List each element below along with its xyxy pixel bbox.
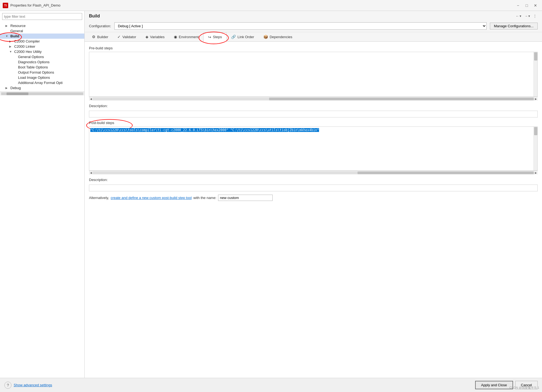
tab-builder[interactable]: ⚙ Builder	[87, 32, 113, 41]
hscroll-track[interactable]	[93, 98, 534, 100]
hscroll-thumb[interactable]	[269, 98, 534, 100]
tool-name-input[interactable]	[218, 195, 273, 201]
tab-validator[interactable]: ✓ Validator	[113, 32, 141, 41]
vscroll-thumb[interactable]	[534, 127, 537, 135]
sidebar-item-label: Additional Array Format Opti	[18, 81, 82, 85]
menu-button[interactable]: ⋮	[532, 14, 538, 19]
post-build-hscrollbar[interactable]: ◀ ▶	[89, 171, 538, 174]
sidebar-item-label: Resource	[10, 24, 82, 28]
expander-icon: ▶	[9, 45, 13, 48]
scroll-left-icon[interactable]: ◀	[89, 97, 93, 101]
sidebar-item-label: C2000 Compiler	[14, 39, 82, 43]
post-build-command-text: "C:\ti\ccs1220\ccs\tools\compiler\ti-cgt…	[90, 128, 319, 132]
menu-icon: ⋮	[533, 14, 537, 18]
tab-variables[interactable]: ◈ Variables	[141, 32, 169, 41]
scroll-right-icon[interactable]: ▶	[534, 97, 538, 101]
tab-link-order[interactable]: 🔗 Link Order	[227, 32, 259, 41]
sidebar-item-label: General Options	[18, 55, 82, 59]
panel-title: Build	[89, 14, 100, 19]
post-build-description-input[interactable]	[89, 185, 538, 191]
sidebar-item-output-format-options[interactable]: Output Format Options	[0, 70, 84, 75]
tree-container: ▶ Resource General ▼ Build	[0, 22, 84, 92]
left-horizontal-scrollbar[interactable]	[0, 92, 84, 95]
expander-icon: ▶	[5, 24, 9, 27]
sidebar-item-label: C2000 Linker	[14, 44, 82, 49]
expander-icon: ▼	[5, 35, 9, 38]
sidebar-item-diagnostics-options[interactable]: Diagnostics Options	[0, 59, 84, 65]
window-title: Properties for Flash_API_Demo	[10, 3, 512, 7]
sidebar-item-debug[interactable]: ▶ Debug	[0, 85, 84, 91]
sidebar-item-label: Output Format Options	[18, 70, 82, 74]
validator-icon: ✓	[117, 35, 121, 39]
apply-close-button[interactable]: Apply and Close	[475, 381, 513, 389]
tab-steps[interactable]: ↪ Steps	[203, 32, 227, 42]
bottom-left: ? Show advanced settings	[4, 382, 52, 389]
hscroll-track[interactable]	[93, 171, 534, 174]
post-build-vscrollbar[interactable]	[534, 127, 537, 170]
scroll-right-icon[interactable]: ▶	[534, 171, 538, 175]
pre-build-description-row: Description:	[89, 104, 538, 117]
help-button[interactable]: ?	[4, 382, 11, 389]
pre-build-textarea-container	[89, 52, 538, 97]
pre-build-description-label: Description:	[89, 104, 538, 108]
create-new-custom-link[interactable]: create and define a new custom post-buil…	[111, 196, 192, 200]
right-panel: Build ← ▾ → ▾ ⋮ Configurat	[85, 11, 542, 378]
sidebar-item-general-options[interactable]: General Options	[0, 54, 84, 59]
sidebar-item-build[interactable]: ▼ Build	[0, 34, 84, 39]
back-button[interactable]: ← ▾	[515, 14, 522, 19]
sidebar-item-c2000-hex-utility[interactable]: ▼ C2000 Hex Utility	[0, 49, 84, 54]
pre-build-vscrollbar[interactable]	[534, 52, 537, 97]
tab-environment[interactable]: ◉ Environment	[169, 32, 203, 41]
sidebar-item-label: General	[10, 29, 82, 33]
app-icon: TI	[3, 3, 8, 8]
tab-dependencies[interactable]: 📦 Dependencies	[259, 32, 297, 41]
filter-input[interactable]	[2, 13, 82, 20]
tab-variables-label: Variables	[150, 35, 165, 39]
steps-icon: ↪	[208, 35, 211, 39]
with-name-text: with the name:	[193, 196, 216, 200]
sidebar-item-resource[interactable]: ▶ Resource	[0, 23, 84, 28]
expander-icon: ▶	[9, 40, 13, 43]
sidebar-item-label: Load Image Options	[18, 76, 82, 80]
window-controls: − □ ✕	[514, 2, 539, 8]
header-navigation: ← ▾ → ▾ ⋮	[515, 14, 538, 19]
close-button[interactable]: ✕	[532, 2, 539, 8]
sidebar-item-label: C2000 Hex Utility	[14, 50, 82, 54]
link-order-icon: 🔗	[231, 35, 236, 39]
builder-icon: ⚙	[92, 35, 96, 39]
pre-build-hscrollbar[interactable]: ◀ ▶	[89, 97, 538, 101]
sidebar-item-c2000-compiler[interactable]: ▶ C2000 Compiler	[0, 39, 84, 44]
sidebar-item-boot-table-options[interactable]: Boot Table Options	[0, 65, 84, 70]
post-build-title: Post-build steps	[89, 121, 538, 125]
manage-configurations-button[interactable]: Manage Configurations...	[490, 23, 538, 29]
vscroll-thumb[interactable]	[534, 52, 537, 61]
sidebar-item-general[interactable]: General	[0, 28, 84, 34]
sidebar-item-additional-array-format[interactable]: Additional Array Format Opti	[0, 80, 84, 85]
sidebar-item-label: Boot Table Options	[18, 65, 82, 69]
pre-build-textarea[interactable]	[89, 52, 537, 96]
scrollbar-thumb[interactable]	[7, 92, 28, 95]
tabs-bar: ⚙ Builder ✓ Validator ◈ Variables ◉ Envi…	[85, 32, 542, 42]
tab-link-order-label: Link Order	[237, 35, 254, 39]
sidebar-item-c2000-linker[interactable]: ▶ C2000 Linker	[0, 44, 84, 49]
sidebar-item-load-image-options[interactable]: Load Image Options	[0, 75, 84, 80]
watermark: CSDN @我爱魔半马 1	[509, 386, 539, 390]
scroll-left-icon[interactable]: ◀	[89, 171, 93, 175]
maximize-button[interactable]: □	[523, 2, 531, 8]
minimize-button[interactable]: −	[514, 2, 522, 8]
forward-button[interactable]: → ▾	[523, 14, 531, 19]
hscroll-thumb[interactable]	[358, 171, 534, 174]
tab-builder-label: Builder	[97, 35, 108, 39]
title-bar: TI Properties for Flash_API_Demo − □ ✕	[0, 0, 542, 11]
expander-icon: ▶	[5, 86, 9, 89]
show-advanced-settings-link[interactable]: Show advanced settings	[14, 383, 52, 387]
configuration-select[interactable]: Debug [ Active ]	[114, 22, 487, 30]
pre-build-description-input[interactable]	[89, 111, 538, 117]
scrollbar-track[interactable]	[1, 92, 83, 95]
post-build-content[interactable]: "C:\ti\ccs1220\ccs\tools\compiler\ti-cgt…	[89, 127, 537, 170]
back-arrow-icon: ←	[516, 14, 519, 18]
environment-icon: ◉	[174, 35, 177, 39]
post-build-section: Post-build steps "C:\ti\ccs1220\ccs\tool…	[89, 121, 538, 174]
alternatively-row: Alternatively, create and define a new c…	[89, 195, 538, 201]
dialog-content: ▶ Resource General ▼ Build	[0, 11, 542, 378]
